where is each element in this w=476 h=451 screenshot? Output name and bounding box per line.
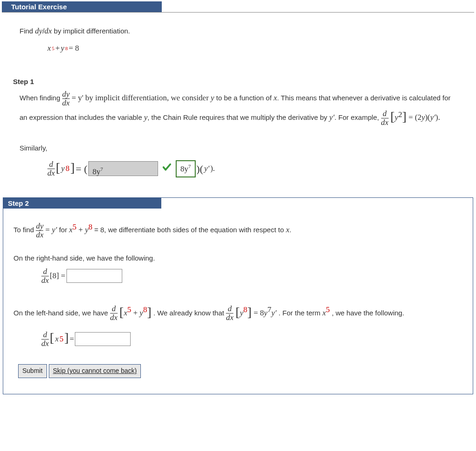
- problem-statement: Find dy/dx by implicit differentiation. …: [2, 13, 474, 69]
- rhs-intro: On the right-hand side, we have the foll…: [13, 252, 463, 264]
- step1-locked-answer: 8y7: [88, 161, 158, 176]
- step1-similar-equation: d dx [y8] = ( 8y7 8y7 )(y′).: [47, 158, 456, 180]
- fraction-dy-dx: dy dx: [62, 90, 70, 107]
- fraction-d-dx: d dx: [226, 305, 233, 322]
- similarly-label: Similarly,: [20, 142, 456, 154]
- step2-lhs-equation: d dx [x5] =: [41, 328, 463, 350]
- fraction-d-dx: d dx: [110, 305, 118, 322]
- tutorial-title: Tutorial Exercise: [8, 1, 162, 12]
- fraction-d-dx: d dx: [41, 268, 49, 285]
- fraction-d-dx: d dx: [41, 331, 49, 348]
- checkmark-icon: [162, 162, 172, 176]
- step2-input-lhs[interactable]: [75, 332, 131, 346]
- submit-button[interactable]: Submit: [18, 364, 47, 378]
- step2-title: Step 2: [3, 198, 161, 209]
- step1-title: Step 1: [13, 78, 474, 85]
- skip-button[interactable]: Skip (you cannot come back): [49, 364, 141, 378]
- fraction-d-dx: d dx: [47, 160, 55, 177]
- step2-panel: Step 2 To find dy dx = y′ for x5 + y8 = …: [3, 197, 473, 394]
- fraction-dy-dx: dy dx: [36, 222, 43, 239]
- problem-prompt: Find dy/dx by implicit differentiation.: [20, 27, 130, 35]
- fraction-d-dx: d dx: [381, 110, 389, 127]
- step1-content: When finding dy dx = y' by implicit diff…: [2, 90, 474, 194]
- step2-input-rhs[interactable]: [66, 269, 122, 283]
- step1-correct-answer: 8y7: [176, 160, 196, 178]
- tutorial-header: Tutorial Exercise: [2, 1, 474, 13]
- step2-rhs-equation: d dx [8] =: [41, 268, 463, 285]
- problem-equation: x5 + y8 = 8: [47, 42, 456, 55]
